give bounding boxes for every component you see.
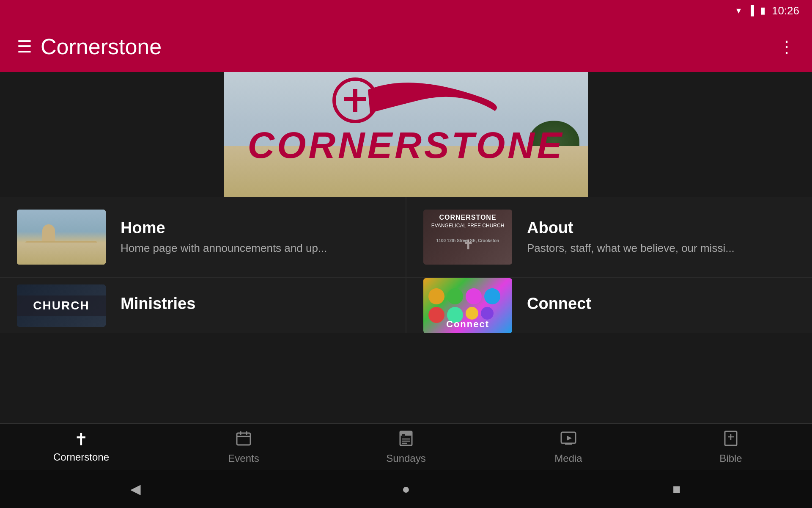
connect-cell-info: Connect <box>527 295 591 317</box>
signal-icon: ▐ <box>747 5 754 16</box>
svg-rect-3 <box>237 433 250 445</box>
sundays-nav-label: Sundays <box>386 453 425 464</box>
nav-item-media[interactable]: Media <box>526 430 611 464</box>
nav-item-events[interactable]: Events <box>201 430 286 464</box>
more-options-icon[interactable]: ⋮ <box>778 37 795 56</box>
svg-marker-14 <box>567 436 572 441</box>
status-time: 10:26 <box>772 4 799 17</box>
battery-icon: ▮ <box>760 5 765 16</box>
content-grid: Home Home page with announcements and up… <box>0 197 812 278</box>
church-logo-swoosh <box>300 77 512 128</box>
nav-item-sundays[interactable]: Sundays <box>364 430 448 464</box>
system-navigation: ◀ ● ■ <box>0 470 812 508</box>
about-description: Pastors, staff, what we believe, our mis… <box>527 241 735 256</box>
wifi-icon: ▾ <box>736 5 741 16</box>
svg-rect-9 <box>402 434 405 437</box>
cornerstone-nav-icon: ✝ <box>74 431 88 448</box>
bottom-navigation: ✝ Cornerstone Events Sundays <box>0 423 812 470</box>
system-home-button[interactable]: ● <box>389 472 423 506</box>
events-nav-icon <box>235 430 252 449</box>
hero-banner: CORNERSTONE <box>224 72 588 197</box>
bible-nav-icon <box>722 430 739 449</box>
media-nav-label: Media <box>554 453 582 464</box>
cornerstone-nav-label: Cornerstone <box>53 451 109 463</box>
ministries-grid-cell[interactable]: CHURCH Ministries <box>0 278 406 333</box>
hamburger-menu-icon[interactable]: ☰ <box>17 37 32 56</box>
ministries-title: Ministries <box>121 295 195 313</box>
sundays-nav-icon <box>398 430 414 449</box>
hero-logo-text: CORNERSTONE <box>248 124 565 167</box>
nav-item-cornerstone[interactable]: ✝ Cornerstone <box>39 431 123 463</box>
system-recents-button[interactable]: ■ <box>660 472 694 506</box>
about-cell-info: About Pastors, staff, what we believe, o… <box>527 219 735 256</box>
about-thumbnail: CORNERSTONE EVANGELICAL FREE CHURCH 1100… <box>423 210 512 265</box>
home-description: Home page with announcements and up... <box>121 241 327 256</box>
events-nav-label: Events <box>228 453 259 464</box>
about-grid-cell[interactable]: CORNERSTONE EVANGELICAL FREE CHURCH 1100… <box>406 197 812 278</box>
connect-thumbnail: Connect <box>423 278 512 333</box>
hero-banner-container: CORNERSTONE <box>0 72 812 197</box>
ministries-thumbnail: CHURCH <box>17 284 106 327</box>
church-thumb-label: CHURCH <box>17 295 106 316</box>
home-thumbnail <box>17 210 106 265</box>
connect-grid-cell[interactable]: Connect Connect <box>406 278 812 333</box>
media-nav-icon <box>560 430 577 449</box>
app-title: Cornerstone <box>41 34 162 59</box>
system-back-button[interactable]: ◀ <box>118 472 152 506</box>
bible-nav-label: Bible <box>719 453 742 464</box>
about-thumb-text: CORNERSTONE EVANGELICAL FREE CHURCH 1100… <box>423 213 512 244</box>
home-grid-cell[interactable]: Home Home page with announcements and up… <box>0 197 406 278</box>
home-cell-info: Home Home page with announcements and up… <box>121 219 327 256</box>
ministries-cell-info: Ministries <box>121 295 195 317</box>
app-bar: ☰ Cornerstone ⋮ <box>0 21 812 72</box>
partial-content-row: CHURCH Ministries Connect Connect <box>0 278 812 333</box>
status-bar: ▾ ▐ ▮ 10:26 <box>0 0 812 21</box>
connect-title: Connect <box>527 295 591 313</box>
nav-item-bible[interactable]: Bible <box>689 430 773 464</box>
hero-logo-content: CORNERSTONE <box>248 77 565 167</box>
about-title: About <box>527 219 735 237</box>
home-title: Home <box>121 219 327 237</box>
